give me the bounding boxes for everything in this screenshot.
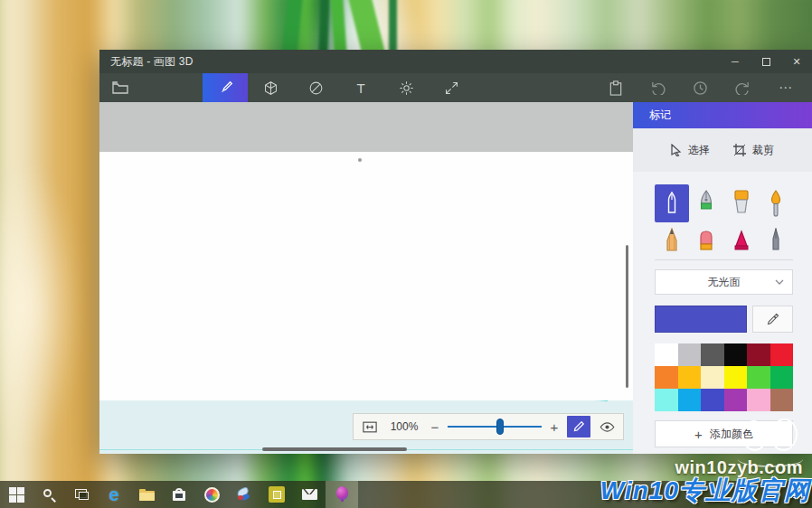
taskbar-file-explorer[interactable] [130,481,163,508]
palette-swatch[interactable] [770,366,794,389]
divider [655,259,793,260]
start-button[interactable] [0,481,33,508]
brush-calligraphy-pen[interactable] [689,184,723,222]
palette-swatch[interactable] [701,366,724,389]
palette-swatch[interactable] [701,343,724,366]
watermark-site-name: Win10专业版官网 [600,474,810,508]
taskbar-mail[interactable] [293,481,326,508]
taskbar-store[interactable] [163,481,195,508]
palette-swatch[interactable] [724,343,748,366]
palette-swatch[interactable] [678,343,702,366]
tab-3d-shapes[interactable] [248,73,293,102]
finish-value: 无光面 [708,275,741,290]
taskbar-feather-app[interactable] [228,481,260,508]
zoom-out-button[interactable]: − [428,419,442,435]
search-icon [43,489,55,501]
brush-marker[interactable] [655,184,689,222]
taskbar-search[interactable] [33,481,65,508]
workspace[interactable]: 100% − + [99,102,633,454]
taskbar-paint3d-active[interactable] [326,481,358,508]
palette-swatch[interactable] [747,389,770,411]
palette-swatch[interactable] [747,343,770,366]
finish-dropdown[interactable]: 无光面 [655,269,793,295]
menu-folder-icon[interactable] [112,81,128,94]
toolbar: T ⋯ [99,73,812,102]
fit-to-screen-icon[interactable] [359,416,381,437]
taskbar-edge[interactable]: e [98,481,130,508]
brush-oil-brush[interactable] [724,184,759,222]
draw-mode-button[interactable] [567,416,590,437]
view-mode-eye-icon[interactable] [596,416,618,437]
palette-swatch[interactable] [655,366,678,389]
palette-swatch[interactable] [724,366,748,389]
tab-effects[interactable] [383,73,429,102]
add-color-label: 添加颜色 [710,427,753,442]
zoom-in-button[interactable]: + [547,419,562,435]
chevron-down-icon [775,279,784,285]
select-tool[interactable]: 选择 [671,143,710,158]
canvas-handle[interactable] [358,158,362,162]
zoom-slider-track [448,426,542,428]
task-view-icon [75,489,89,500]
workspace-background [99,102,633,152]
crop-label: 裁剪 [752,143,774,158]
palette-swatch[interactable] [655,343,678,366]
add-color-button[interactable]: + 添加颜色 [655,420,793,447]
palette-swatch[interactable] [655,389,678,411]
mail-icon [302,489,317,500]
panel-header: 标记 [633,102,812,128]
current-color-swatch[interactable] [655,306,747,333]
panel-title: 标记 [649,108,671,123]
redo-icon[interactable] [722,81,764,95]
palette-swatch[interactable] [678,389,702,411]
tab-brushes[interactable] [203,73,248,102]
horizontal-scrollbar[interactable] [262,447,407,451]
plus-icon: + [694,427,703,442]
paint3d-balloon-icon [335,486,349,503]
titlebar[interactable]: 无标题 - 画图 3D ─ ✕ [99,50,812,73]
maximize-button[interactable] [751,50,781,73]
vertical-scrollbar[interactable] [626,245,628,388]
undo-icon[interactable] [637,81,679,95]
crop-tool[interactable]: 裁剪 [733,143,774,158]
palette-swatch[interactable] [770,389,794,411]
brush-crayon[interactable] [724,222,759,253]
tab-canvas[interactable] [429,73,474,102]
brushes-panel: 标记 选择 裁剪 [633,102,812,454]
close-button[interactable]: ✕ [781,50,812,73]
drawing-canvas[interactable] [99,152,633,400]
desktop: 无标题 - 画图 3D ─ ✕ [0,0,812,508]
zoom-slider-thumb[interactable] [496,419,504,435]
select-label: 选择 [688,143,710,158]
paste-icon[interactable] [594,80,637,96]
feather-app-icon [237,487,251,502]
window-title: 无标题 - 画图 3D [99,54,720,70]
brush-eraser[interactable] [689,222,723,253]
brush-pixel-pen[interactable] [759,222,793,253]
palette-swatch[interactable] [678,366,702,389]
palette-swatch[interactable] [770,343,794,366]
more-icon[interactable]: ⋯ [764,80,807,96]
maximize-icon [762,58,770,66]
zoom-bar: 100% − + [353,413,624,440]
brush-watercolor[interactable] [759,184,793,222]
zoom-slider[interactable] [448,416,542,437]
file-explorer-icon [139,489,155,501]
tab-text[interactable]: T [338,73,383,102]
edge-icon: e [109,485,118,503]
minimize-button[interactable]: ─ [720,50,751,73]
history-icon[interactable] [679,80,722,96]
zoom-level: 100% [386,420,422,433]
windows-logo-icon [9,487,24,503]
palette-swatch[interactable] [701,389,724,411]
color-palette [655,343,793,411]
taskbar-yellow-app[interactable] [260,481,293,508]
task-view-button[interactable] [65,481,98,508]
tab-2d-shapes[interactable] [293,73,338,102]
paint-palette-icon [204,487,220,503]
eyedropper-button[interactable] [752,306,793,333]
taskbar-paint-palette[interactable] [195,481,228,508]
palette-swatch[interactable] [724,389,748,411]
palette-swatch[interactable] [747,366,770,389]
brush-pencil[interactable] [655,222,689,253]
